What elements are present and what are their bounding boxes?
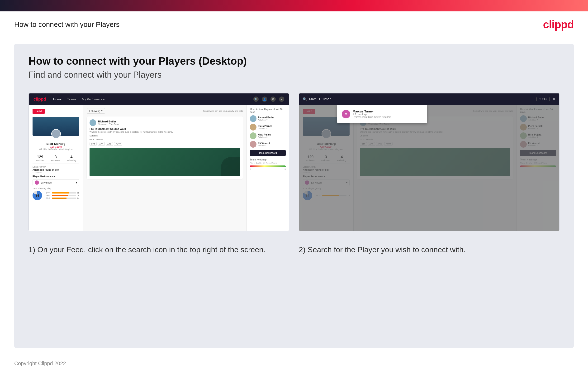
nav-icons: 🔍 👤 ⚙ ▪	[253, 97, 284, 102]
tpq-circle: 84	[33, 191, 42, 200]
active-player-avatar-2	[250, 124, 256, 130]
search-result-name: Marcus Turner	[353, 110, 391, 113]
following-label: Following	[89, 110, 100, 112]
profile-role: Golf Coach	[33, 146, 79, 148]
active-player-acts-1: Activities: 7	[258, 119, 274, 121]
player-select-avatar	[35, 180, 39, 185]
nav-link-home[interactable]: Home	[53, 97, 61, 101]
stat-following-num: 4	[67, 155, 76, 159]
stat-activities: 129 Activities	[36, 155, 44, 162]
activity-duration-label: Duration	[89, 135, 240, 137]
tag-putt: PUTT	[114, 142, 122, 146]
main-title: How to connect with your Players (Deskto…	[28, 55, 560, 67]
active-player-3: Hiral Pujara Activities: 3	[250, 132, 286, 139]
profile-name: Blair McHarg	[33, 142, 79, 146]
search-icon[interactable]: 🔍	[253, 97, 259, 102]
steps-row: 1) On your Feed, click on the search ico…	[28, 244, 560, 255]
step-1-text: 1) On your Feed, click on the search ico…	[28, 244, 289, 255]
user-icon[interactable]: 👤	[262, 97, 267, 102]
following-bar: Following ▾ Control who can see your act…	[87, 108, 243, 114]
clear-button[interactable]: CLEAR	[536, 97, 550, 101]
step-1-label: 1) On your Feed, click on the search ico…	[28, 245, 265, 254]
player-performance-section: Player Performance Eli Vincent ▾ Total P…	[33, 175, 79, 200]
app-nav-screen1: clippd Home Teams My Performance 🔍 👤 ⚙ ▪	[29, 93, 289, 105]
activity-tags: OTT APP ARG PUTT	[89, 142, 240, 146]
active-player-avatar-1	[250, 115, 256, 122]
tpq-value: 84	[36, 194, 39, 197]
heatmap-bar-container: -5 +5	[250, 166, 286, 170]
duration-label: Duration	[89, 135, 98, 137]
active-player-acts-4: Activities: 1	[258, 145, 270, 147]
tpq-bars: OTT 79 APP 70 ARG	[46, 192, 79, 199]
active-player-info-3: Hiral Pujara Activities: 3	[258, 133, 271, 138]
active-player-info-4: Eli Vincent Activities: 1	[258, 142, 270, 147]
stat-followers-label: Followers	[51, 159, 60, 162]
active-player-name-1: Richard Butler	[258, 116, 274, 119]
profile-banner	[33, 117, 79, 136]
stat-following: 4 Following	[67, 155, 76, 162]
nav-link-performance[interactable]: My Performance	[82, 97, 105, 101]
control-link[interactable]: Control who can see your activity and da…	[202, 110, 243, 112]
tag-app: APP	[98, 142, 105, 146]
heatmap-bar	[250, 166, 286, 167]
close-icon[interactable]: ✕	[552, 97, 555, 102]
profile-info: Blair McHarg Golf Coach Mill Ride Golf C…	[33, 138, 79, 150]
latest-activity-text: Afternoon round of golf	[33, 169, 79, 171]
heatmap-subtitle: Player Quality - 20 Round Trend	[250, 162, 286, 164]
activity-card: Richard Butler Yesterday · The Grove Pre…	[87, 117, 243, 179]
search-result-item[interactable]: M Marcus Turner 1.5 Handicap Cypress Poi…	[340, 108, 424, 120]
chevron-down-icon-following: ▾	[101, 109, 103, 112]
stat-activities-label: Activities	[36, 159, 44, 162]
tpq-label: Total Player Quality	[33, 187, 79, 190]
search-result-avatar: M	[342, 110, 350, 118]
active-player-2: Piers Parnell Activities: 4	[250, 124, 286, 130]
page-title: How to connect with your Players	[14, 20, 120, 28]
team-dashboard-button[interactable]: Team Dashboard	[250, 150, 286, 156]
header: How to connect with your Players clippd	[0, 11, 588, 36]
search-icon-overlay: 🔍	[303, 97, 307, 101]
search-results-dropdown: M Marcus Turner 1.5 Handicap Cypress Poi…	[337, 105, 427, 123]
most-active-title: Most Active Players - Last 30 days	[250, 108, 286, 113]
left-panel-screen1: Feed Blair McHarg Golf Coach Mill Ride G…	[29, 105, 83, 231]
stat-followers: 3 Followers	[51, 155, 60, 162]
following-button[interactable]: Following ▾	[87, 108, 105, 114]
activity-duration-value: 02 hr : 00 min	[89, 138, 240, 141]
latest-activity-label: Latest Activity	[33, 166, 79, 168]
main-content: How to connect with your Players (Deskto…	[14, 44, 574, 348]
nav-link-teams[interactable]: Teams	[67, 97, 76, 101]
top-gradient-bar	[0, 0, 588, 11]
settings-icon[interactable]: ⚙	[271, 97, 276, 102]
active-player-name-4: Eli Vincent	[258, 142, 270, 145]
logo: clippd	[543, 18, 574, 31]
activity-header: Richard Butler Yesterday · The Grove	[89, 119, 240, 126]
activity-name: Richard Butler	[98, 120, 119, 123]
app-body-screen1: Feed Blair McHarg Golf Coach Mill Ride G…	[29, 105, 289, 231]
stat-followers-num: 3	[51, 155, 60, 159]
avatar-icon[interactable]: ▪	[279, 97, 284, 102]
nav-links: Home Teams My Performance	[53, 97, 105, 101]
nav-logo-screen1: clippd	[34, 97, 46, 102]
activity-title: Pre Tournament Course Walk	[89, 128, 240, 130]
screenshots-row: clippd Home Teams My Performance 🔍 👤 ⚙ ▪	[28, 93, 560, 231]
player-select[interactable]: Eli Vincent ▾	[33, 179, 79, 186]
search-result-club: Cypress Point Club, United Kingdom	[353, 116, 391, 118]
feed-tab[interactable]: Feed	[33, 109, 45, 114]
active-player-1: Richard Butler Activities: 7	[250, 115, 286, 122]
active-player-name-3: Hiral Pujara	[258, 133, 271, 136]
header-divider	[0, 36, 588, 36]
screen2: clippd Home Teams My Performance 🔍 👤 ⚙ ▪…	[299, 93, 560, 231]
main-subtitle: Find and connect with your Players	[28, 70, 560, 80]
activity-meta: Yesterday · The Grove	[98, 123, 119, 125]
tag-arg: ARG	[106, 142, 113, 146]
activity-desc: Walking the course with my coach to buil…	[89, 131, 240, 133]
heatmap-labels: -5 +5	[250, 168, 286, 170]
active-player-info-1: Richard Butler Activities: 7	[258, 116, 274, 121]
activity-user-info: Richard Butler Yesterday · The Grove	[98, 120, 119, 125]
stat-activities-num: 129	[36, 155, 44, 159]
search-input[interactable]: Marcus Turner	[309, 97, 534, 101]
profile-stats: 129 Activities 3 Followers 4 Following	[33, 153, 79, 164]
heatmap-label-high: +5	[284, 168, 286, 170]
active-player-4: Eli Vincent Activities: 1	[250, 141, 286, 148]
team-heatmap-title: Team Heatmap	[250, 158, 286, 161]
activity-avatar	[89, 119, 96, 126]
